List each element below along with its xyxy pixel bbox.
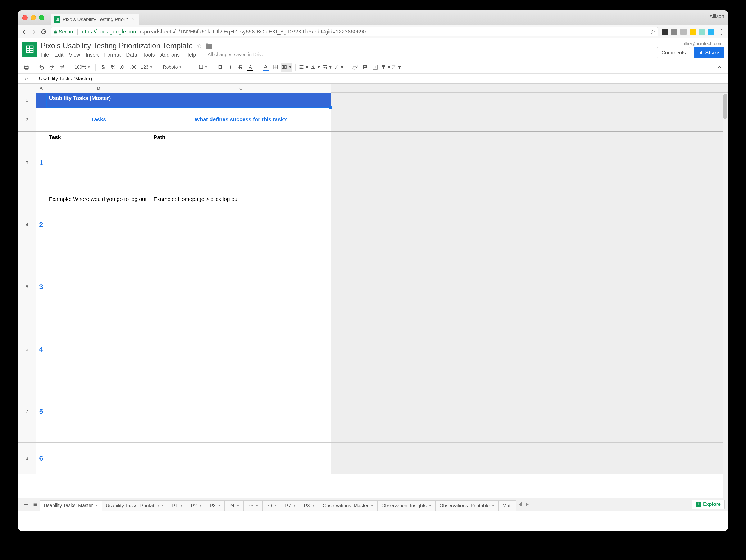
- row-header-6[interactable]: 6: [18, 318, 36, 380]
- menu-view[interactable]: View: [69, 52, 80, 58]
- window-minimize-button[interactable]: [31, 15, 36, 21]
- cell-B4[interactable]: Example: Where would you go to log out: [47, 194, 151, 256]
- paint-format-icon[interactable]: [57, 62, 66, 72]
- sheet-tab[interactable]: P7▼: [281, 500, 300, 511]
- cell-A2[interactable]: [36, 108, 47, 131]
- row-header-4[interactable]: 4: [18, 194, 36, 256]
- sheet-tab[interactable]: P1▼: [168, 500, 187, 511]
- move-folder-icon[interactable]: [206, 43, 212, 49]
- cell-B2[interactable]: Tasks: [47, 108, 151, 131]
- merge-cells-button[interactable]: ▼: [281, 62, 292, 72]
- cell-A4[interactable]: 2: [36, 194, 47, 256]
- extension-icon[interactable]: [690, 29, 696, 35]
- menu-help[interactable]: Help: [185, 52, 196, 58]
- cell-C5[interactable]: [151, 256, 331, 318]
- forward-button[interactable]: [31, 29, 37, 35]
- row-header-7[interactable]: 7: [18, 380, 36, 443]
- cell-B5[interactable]: [47, 256, 151, 318]
- collapse-toolbar-icon[interactable]: [715, 62, 724, 72]
- format-currency-icon[interactable]: $: [98, 62, 108, 72]
- row-header-2[interactable]: 2: [18, 108, 36, 131]
- star-document-icon[interactable]: ☆: [197, 42, 202, 49]
- text-wrap-button[interactable]: ▼: [322, 62, 333, 72]
- cell-A5[interactable]: 3: [36, 256, 47, 318]
- sheet-tab[interactable]: P2▼: [187, 500, 206, 511]
- column-header-A[interactable]: A: [36, 84, 47, 93]
- menu-file[interactable]: File: [40, 52, 49, 58]
- formula-input[interactable]: Usability Tasks (Master): [36, 76, 728, 82]
- user-email[interactable]: allie@pixotech.com: [683, 41, 723, 47]
- extension-icon[interactable]: [680, 29, 687, 35]
- extension-icon[interactable]: [662, 29, 668, 35]
- cell-A7[interactable]: 5: [36, 380, 47, 443]
- extension-icon[interactable]: [708, 29, 714, 35]
- add-sheet-button[interactable]: +: [21, 500, 31, 509]
- vertical-scrollbar[interactable]: [723, 93, 728, 498]
- cell-B7[interactable]: [47, 380, 151, 443]
- column-header-B[interactable]: B: [47, 84, 151, 93]
- redo-icon[interactable]: [47, 62, 56, 72]
- vertical-align-button[interactable]: ▼: [310, 62, 321, 72]
- cell-A1[interactable]: [36, 93, 47, 108]
- strikethrough-button[interactable]: S: [236, 62, 245, 72]
- zoom-select[interactable]: 100%▼: [73, 62, 92, 72]
- share-button[interactable]: Share: [694, 47, 724, 58]
- chrome-menu-icon[interactable]: ⋮: [718, 28, 725, 35]
- extension-icon[interactable]: [699, 29, 705, 35]
- italic-button[interactable]: I: [226, 62, 235, 72]
- address-bar[interactable]: Secure | https://docs.google.com/spreads…: [51, 27, 658, 36]
- tab-scroll-right-icon[interactable]: [526, 502, 529, 506]
- bold-button[interactable]: B: [216, 62, 225, 72]
- undo-icon[interactable]: [37, 62, 46, 72]
- menu-tools[interactable]: Tools: [143, 52, 155, 58]
- cell-A3[interactable]: 1: [36, 132, 47, 194]
- insert-comment-icon[interactable]: +: [361, 62, 370, 72]
- cell-C7[interactable]: [151, 380, 331, 443]
- horizontal-align-button[interactable]: ▼: [298, 62, 309, 72]
- window-close-button[interactable]: [22, 15, 28, 21]
- sheet-tab[interactable]: Usability Tasks: Printable▼: [102, 500, 168, 511]
- font-family-select[interactable]: Roboto▼: [161, 62, 190, 72]
- cell-A6[interactable]: 4: [36, 318, 47, 380]
- insert-chart-icon[interactable]: [371, 62, 380, 72]
- explore-button[interactable]: Explore: [692, 500, 725, 509]
- tab-scroll-left-icon[interactable]: [519, 502, 521, 506]
- cell-C2[interactable]: What defines success for this task?: [151, 108, 331, 131]
- format-percent-icon[interactable]: %: [109, 62, 118, 72]
- extension-icon[interactable]: [671, 29, 678, 35]
- menu-addons[interactable]: Add-ons: [160, 52, 180, 58]
- menu-edit[interactable]: Edit: [54, 52, 63, 58]
- tab-close-icon[interactable]: ×: [132, 17, 135, 22]
- sheet-tab[interactable]: Observations: Printable▼: [435, 500, 498, 511]
- sheet-tab[interactable]: P8▼: [300, 500, 319, 511]
- reload-button[interactable]: [40, 29, 47, 35]
- select-all-corner[interactable]: [18, 84, 36, 93]
- cell-C8[interactable]: [151, 443, 331, 474]
- row-header-5[interactable]: 5: [18, 256, 36, 318]
- sheets-logo-icon[interactable]: [22, 42, 37, 57]
- bookmark-star-icon[interactable]: ☆: [650, 28, 655, 35]
- comments-button[interactable]: Comments: [657, 47, 690, 58]
- cell-B1-merged[interactable]: Usability Tasks (Master): [47, 93, 331, 108]
- document-title[interactable]: Pixo's Usability Testing Prioritization …: [40, 41, 193, 50]
- menu-format[interactable]: Format: [104, 52, 121, 58]
- sheet-tab[interactable]: Observations: Master▼: [319, 500, 377, 511]
- row-header-8[interactable]: 8: [18, 443, 36, 474]
- cell-A8[interactable]: 6: [36, 443, 47, 474]
- functions-icon[interactable]: Σ▼: [392, 62, 402, 72]
- sheet-tab[interactable]: Matr: [498, 500, 516, 511]
- number-format-select[interactable]: 123▼: [139, 62, 155, 72]
- sheet-tab[interactable]: P4▼: [225, 500, 243, 511]
- fill-color-button[interactable]: [261, 62, 270, 72]
- sheet-tab[interactable]: P3▼: [206, 500, 225, 511]
- cell-C4[interactable]: Example: Homepage > click log out: [151, 194, 331, 256]
- sheet-tab[interactable]: P5▼: [243, 500, 262, 511]
- insert-link-icon[interactable]: [350, 62, 360, 72]
- menu-data[interactable]: Data: [126, 52, 137, 58]
- cell-B8[interactable]: [47, 443, 151, 474]
- all-sheets-button[interactable]: [31, 500, 40, 509]
- back-button[interactable]: [21, 29, 27, 35]
- row-header-1[interactable]: 1: [18, 93, 36, 108]
- decrease-decimal-icon[interactable]: .0←: [119, 62, 128, 72]
- text-rotation-button[interactable]: ▼: [334, 62, 344, 72]
